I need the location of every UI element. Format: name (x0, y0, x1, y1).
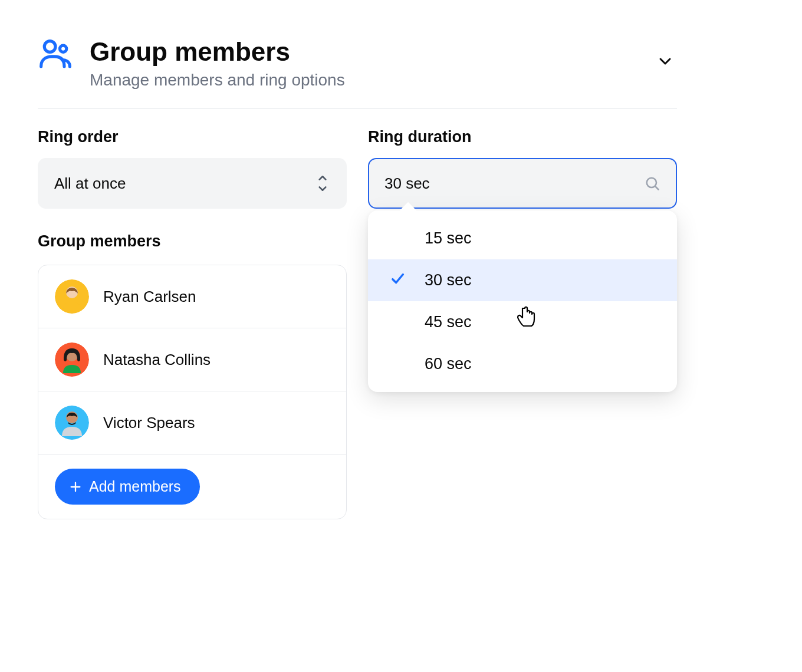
ring-order-select[interactable]: All at once (38, 158, 347, 209)
dropdown-option-30sec[interactable]: 30 sec (368, 259, 677, 301)
chevron-down-icon (656, 52, 675, 71)
svg-line-11 (655, 186, 659, 190)
ring-order-value: All at once (54, 174, 126, 193)
avatar (55, 342, 89, 377)
group-members-card: Group members Manage members and ring op… (9, 9, 705, 548)
settings-columns: Ring order All at once Group members (38, 128, 677, 519)
collapse-toggle[interactable] (653, 50, 677, 73)
dropdown-option-15sec[interactable]: 15 sec (368, 218, 677, 259)
add-row: Add members (38, 454, 346, 519)
card-header: Group members Manage members and ring op… (38, 38, 677, 109)
updown-icon (315, 174, 330, 193)
ring-order-label: Ring order (38, 128, 347, 146)
header-text: Group members Manage members and ring op… (90, 38, 637, 90)
member-name: Natasha Collins (103, 351, 211, 369)
page-title: Group members (90, 38, 637, 66)
group-icon (38, 38, 73, 73)
ring-duration-label: Ring duration (368, 128, 677, 146)
add-members-label: Add members (89, 478, 181, 495)
ring-duration-column: Ring duration 30 sec 15 sec (368, 128, 677, 519)
member-row[interactable]: Ryan Carlsen (38, 265, 346, 328)
member-row[interactable]: Natasha Collins (38, 328, 346, 391)
members-section-label: Group members (38, 232, 347, 251)
dropdown-option-60sec[interactable]: 60 sec (368, 343, 677, 385)
members-panel: Ryan Carlsen Natasha Collins (38, 265, 347, 519)
member-row[interactable]: Victor Spears (38, 391, 346, 454)
plus-icon (69, 480, 82, 493)
add-members-button[interactable]: Add members (55, 469, 200, 505)
svg-point-1 (60, 45, 67, 52)
page-subtitle: Manage members and ring options (90, 71, 637, 90)
member-name: Ryan Carlsen (103, 288, 196, 306)
dropdown-option-45sec[interactable]: 45 sec (368, 301, 677, 343)
ring-order-column: Ring order All at once Group members (38, 128, 347, 519)
ring-duration-select[interactable]: 30 sec (368, 158, 677, 209)
check-icon (389, 270, 406, 291)
ring-duration-value: 30 sec (384, 174, 430, 193)
avatar (55, 279, 89, 314)
svg-point-0 (44, 41, 55, 52)
search-icon (644, 175, 660, 192)
member-name: Victor Spears (103, 414, 195, 432)
ring-duration-dropdown: 15 sec 30 sec 45 sec 60 sec (368, 210, 677, 392)
avatar (55, 406, 89, 440)
